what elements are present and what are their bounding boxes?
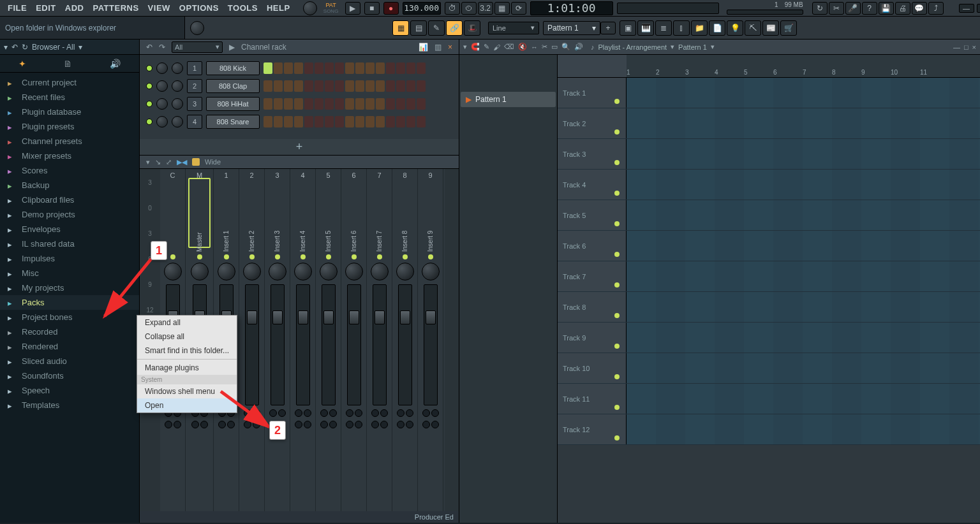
track-enable-led[interactable]	[352, 254, 357, 259]
track-fx-knob[interactable]	[355, 409, 362, 417]
track-fx-knob[interactable]	[329, 409, 337, 417]
track-send-dot[interactable]	[253, 421, 260, 428]
cut-icon[interactable]: ✂	[829, 2, 844, 15]
track-send-dot[interactable]	[422, 421, 430, 428]
step-cell[interactable]	[335, 116, 344, 127]
paint-tool-icon[interactable]: ▤	[410, 20, 427, 36]
track-pan-knob[interactable]	[164, 263, 182, 280]
track-send-dot[interactable]	[295, 421, 302, 428]
track-enable-led[interactable]	[403, 254, 408, 259]
track-fader-slot[interactable]	[322, 284, 336, 405]
track-send-dot[interactable]	[200, 421, 208, 428]
hat-icon[interactable]: 🎩	[464, 20, 480, 36]
mixer-color-swatch[interactable]	[192, 158, 200, 166]
context-menu-item-windows-shell-menu[interactable]: Windows shell menu	[137, 384, 237, 398]
mixer-track-name[interactable]: Wide	[205, 158, 221, 166]
track-fader[interactable]	[349, 310, 359, 324]
track-fx-knob[interactable]	[422, 409, 430, 417]
channel-number[interactable]: 1	[187, 61, 202, 75]
playlist-ruler[interactable]: 1234567891011	[627, 55, 980, 77]
browser-item-mixer-presets[interactable]: ▸Mixer presets	[0, 149, 139, 163]
browser-item-plugin-database[interactable]: ▸Plugin database	[0, 105, 139, 119]
track-fader-slot[interactable]	[424, 284, 438, 405]
step-cell[interactable]	[274, 80, 283, 92]
track-send-dot[interactable]	[304, 421, 311, 428]
track-fader[interactable]	[272, 310, 283, 324]
step-cell[interactable]	[335, 80, 344, 92]
track-fader[interactable]	[375, 310, 385, 324]
menu-patterns[interactable]: PATTERNS	[89, 3, 142, 13]
track-fx-knob[interactable]	[397, 409, 405, 417]
track-fader-slot[interactable]	[271, 284, 285, 405]
magnet-icon[interactable]: 🧲	[471, 43, 480, 51]
step-icon[interactable]: ▦	[494, 2, 510, 15]
track-mute-led[interactable]	[614, 313, 620, 318]
step-cell[interactable]	[417, 98, 426, 110]
channel-name-button[interactable]: 808 HiHat	[206, 97, 260, 111]
track-mute-led[interactable]	[614, 282, 620, 287]
step-cell[interactable]	[396, 80, 405, 92]
context-menu-item-collapse-all[interactable]: Collapse all	[137, 330, 237, 344]
pl-close-button[interactable]: ×	[972, 43, 976, 51]
track-pan-knob[interactable]	[294, 263, 312, 280]
step-cell[interactable]	[386, 116, 395, 127]
step-cell[interactable]	[406, 80, 415, 92]
playlist-track-cells[interactable]	[627, 323, 980, 353]
track-pan-knob[interactable]	[422, 263, 440, 280]
refresh-icon[interactable]: ↻	[22, 43, 28, 52]
channel-vol-knob[interactable]	[172, 98, 183, 110]
metronome-icon[interactable]: ⏱	[445, 2, 460, 15]
rack-close-icon[interactable]: ×	[448, 43, 452, 52]
track-mute-led[interactable]	[614, 344, 620, 349]
channel-pan-knob[interactable]	[156, 62, 168, 74]
step-cell[interactable]	[264, 116, 272, 127]
step-cell[interactable]	[304, 80, 313, 92]
track-send-dot[interactable]	[406, 421, 413, 428]
playlist-track-header[interactable]: Track 2	[558, 108, 627, 138]
pianoroll-icon[interactable]: 🎹	[637, 20, 654, 36]
menu-options[interactable]: OPTIONS	[175, 3, 223, 13]
browser-header[interactable]: ▾ ↶ ↻ Browser - All ▾	[0, 40, 139, 55]
browser-item-clipboard-files[interactable]: ▸Clipboard files	[0, 193, 139, 207]
track-mute-led[interactable]	[614, 221, 620, 226]
step-cell[interactable]	[406, 62, 415, 74]
step-cell[interactable]	[304, 98, 313, 110]
track-fx-knob[interactable]	[380, 409, 388, 417]
browser-item-envelopes[interactable]: ▸Envelopes	[0, 222, 139, 237]
playlist-track-cells[interactable]	[627, 292, 980, 322]
speaker-icon[interactable]: 🔊	[110, 59, 121, 69]
step-cell[interactable]	[355, 116, 364, 127]
pitch-knob[interactable]	[190, 21, 204, 35]
step-cell[interactable]	[335, 98, 344, 110]
channel-name-button[interactable]: 808 Clap	[206, 79, 260, 93]
channel-enable-led[interactable]	[146, 83, 152, 89]
step-cell[interactable]	[396, 62, 405, 74]
menu-add[interactable]: ADD	[61, 3, 88, 13]
mixer-track[interactable]: 7Insert 7	[367, 169, 392, 511]
step-cell[interactable]	[264, 62, 272, 74]
channel-rack-header[interactable]: ↶ ↷ All▾ ▶ Channel rack 📊 ▥ ×	[140, 40, 459, 55]
mixer-header[interactable]: ▾↘⤢▶◀ Wide	[140, 155, 459, 169]
playlist-track-header[interactable]: Track 11	[558, 384, 627, 414]
step-cell[interactable]	[284, 98, 293, 110]
track-send-dot[interactable]	[218, 421, 226, 428]
rack-graph-icon[interactable]: 📊	[419, 43, 428, 52]
step-cell[interactable]	[345, 116, 354, 127]
step-cell[interactable]	[376, 62, 385, 74]
wait-input-icon[interactable]: 3.2	[478, 2, 493, 15]
track-fader-slot[interactable]	[347, 284, 361, 405]
step-cell[interactable]	[294, 62, 303, 74]
channel-name-button[interactable]: 808 Kick	[206, 61, 260, 75]
track-enable-led[interactable]	[275, 254, 280, 259]
help-icon[interactable]: ?	[862, 2, 877, 15]
chevron-down-icon[interactable]: ▾	[4, 43, 8, 52]
step-cell[interactable]	[335, 62, 344, 74]
pattern-selector[interactable]: Pattern 1▾	[543, 21, 600, 35]
track-fx-knob[interactable]	[269, 409, 277, 417]
step-sequencer[interactable]	[264, 98, 426, 110]
track-fx-knob[interactable]	[431, 409, 439, 417]
pattern-list-item[interactable]: ▶ Pattern 1	[461, 92, 556, 107]
news-icon[interactable]: 📰	[762, 20, 779, 36]
track-fx-knob[interactable]	[244, 409, 251, 417]
rack-play-icon[interactable]: ▶	[229, 43, 235, 52]
